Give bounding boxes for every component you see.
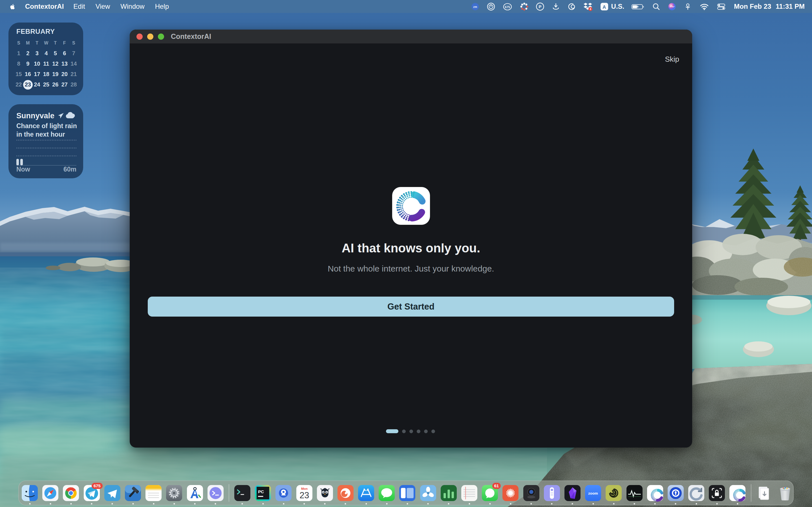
svg-text:Mon: Mon <box>301 487 308 490</box>
svg-text:zoom: zoom <box>588 491 598 495</box>
svg-text:4: 4 <box>590 8 591 11</box>
svg-text:675: 675 <box>505 5 510 8</box>
svg-text:A: A <box>603 4 606 10</box>
svg-text:zm: zm <box>473 5 477 8</box>
svg-text:P: P <box>539 4 541 9</box>
svg-text:23: 23 <box>299 490 309 500</box>
svg-text:PC: PC <box>258 489 264 494</box>
